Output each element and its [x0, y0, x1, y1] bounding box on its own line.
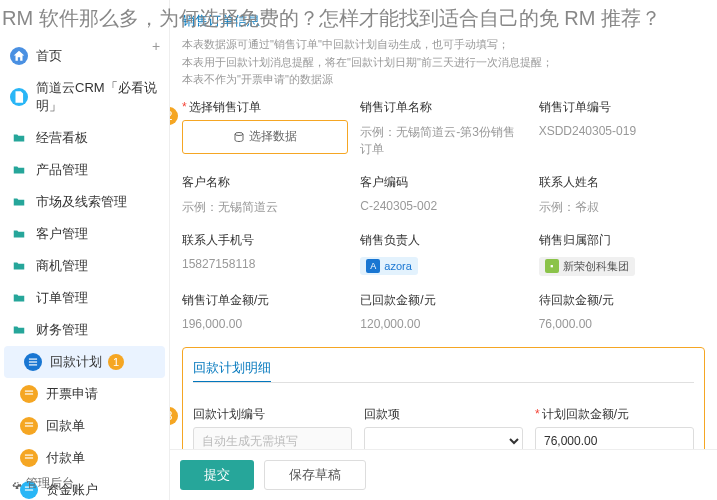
- gear-icon: [10, 478, 22, 490]
- value-pending: 76,000.00: [539, 313, 705, 335]
- list-icon: [20, 385, 38, 403]
- sidebar-item-opportunity[interactable]: 商机管理: [0, 250, 169, 282]
- label-order-no: 销售订单编号: [539, 99, 705, 116]
- sidebar-item-label: 订单管理: [36, 289, 88, 307]
- hint-text: 本表数据源可通过"销售订单"中回款计划自动生成，也可手动填写； 本表用于回款计划…: [182, 36, 705, 89]
- folder-icon: [10, 129, 28, 147]
- svg-rect-2: [29, 364, 37, 365]
- label-dept: 销售归属部门: [539, 232, 705, 249]
- value-order-name: 示例：无锡简道云-第3份销售订单: [360, 120, 526, 162]
- list-icon: [20, 449, 38, 467]
- label-select-order: 选择销售订单: [182, 99, 348, 116]
- sidebar-item-guide[interactable]: 简道云CRM「必看说明」: [0, 72, 169, 122]
- admin-backend-link[interactable]: 管理后台: [10, 475, 74, 492]
- step-badge-2: 2: [170, 107, 178, 125]
- list-icon: [20, 417, 38, 435]
- doc-icon: [10, 88, 28, 106]
- label-pending: 待回款金额/元: [539, 292, 705, 309]
- label-order-name: 销售订单名称: [360, 99, 526, 116]
- save-draft-button[interactable]: 保存草稿: [264, 460, 366, 490]
- sidebar-item-invoice[interactable]: 开票申请: [0, 378, 169, 410]
- svg-rect-4: [25, 393, 33, 394]
- sidebar-item-label: 商机管理: [36, 257, 88, 275]
- svg-point-14: [235, 132, 243, 135]
- sidebar-item-finance[interactable]: 财务管理: [0, 314, 169, 346]
- folder-icon: [10, 193, 28, 211]
- sidebar-item-label: 市场及线索管理: [36, 193, 127, 211]
- folder-icon: [10, 289, 28, 307]
- sidebar-item-label: 经营看板: [36, 129, 88, 147]
- sidebar-item-label: 付款单: [46, 449, 85, 467]
- label-total: 销售订单金额/元: [182, 292, 348, 309]
- plus-icon[interactable]: +: [152, 38, 160, 54]
- sidebar-item-order[interactable]: 订单管理: [0, 282, 169, 314]
- sidebar-item-label: 首页: [36, 47, 62, 65]
- detail-title: 回款计划明细: [193, 359, 271, 383]
- overlay-question: RM 软件那么多，为何选择免费的？怎样才能找到适合自己的免 RM 推荐？: [2, 2, 661, 34]
- svg-rect-1: [29, 361, 37, 362]
- form-main: 销售订单信息 本表数据源可通过"销售订单"中回款计划自动生成，也可手动填写； 本…: [170, 0, 717, 500]
- sidebar-item-product[interactable]: 产品管理: [0, 154, 169, 186]
- sidebar-item-payment-plan[interactable]: 回款计划 1: [4, 346, 165, 378]
- svg-rect-7: [25, 455, 33, 456]
- folder-icon: [10, 161, 28, 179]
- sidebar-item-label: 简道云CRM「必看说明」: [36, 79, 159, 115]
- value-paid: 120,000.00: [360, 313, 526, 335]
- svg-rect-0: [29, 359, 37, 360]
- svg-rect-3: [25, 391, 33, 392]
- sidebar-item-label: 回款计划: [50, 353, 102, 371]
- select-data-button[interactable]: 选择数据: [185, 123, 345, 151]
- value-sales-owner: Aazora: [360, 253, 526, 279]
- label-plan-amount: 计划回款金额/元: [535, 406, 694, 423]
- sidebar-item-label: 客户管理: [36, 225, 88, 243]
- database-icon: [233, 131, 245, 143]
- value-contact-phone: 15827158118: [182, 253, 348, 275]
- label-paid: 已回款金额/元: [360, 292, 526, 309]
- sidebar-item-dashboard[interactable]: 经营看板: [0, 122, 169, 154]
- step-badge-3: 3: [170, 407, 178, 425]
- svg-rect-8: [25, 457, 33, 458]
- value-order-no: XSDD240305-019: [539, 120, 705, 142]
- sidebar: + 首页 简道云CRM「必看说明」 经营看板 产品管理 市场及线索管理 客户管理…: [0, 0, 170, 500]
- sidebar-item-label: 财务管理: [36, 321, 88, 339]
- sidebar-item-home[interactable]: 首页: [0, 40, 169, 72]
- label-cust-code: 客户编码: [360, 174, 526, 191]
- form-footer: 提交 保存草稿: [170, 449, 717, 500]
- sidebar-item-label: 产品管理: [36, 161, 88, 179]
- folder-icon: [10, 321, 28, 339]
- value-dept: ▪新荣创科集团: [539, 253, 705, 280]
- label-contact-name: 联系人姓名: [539, 174, 705, 191]
- sidebar-item-label: 回款单: [46, 417, 85, 435]
- svg-rect-6: [25, 425, 33, 426]
- sidebar-item-label: 开票申请: [46, 385, 98, 403]
- value-cust-name: 示例：无锡简道云: [182, 195, 348, 220]
- label-sales-owner: 销售负责人: [360, 232, 526, 249]
- value-cust-code: C-240305-002: [360, 195, 526, 217]
- label-contact-phone: 联系人手机号: [182, 232, 348, 249]
- value-contact-name: 示例：爷叔: [539, 195, 705, 220]
- badge-1: 1: [108, 354, 124, 370]
- sidebar-item-receipt[interactable]: 回款单: [0, 410, 169, 442]
- label-pay-item: 回款项: [364, 406, 523, 423]
- folder-icon: [10, 257, 28, 275]
- sidebar-item-customer[interactable]: 客户管理: [0, 218, 169, 250]
- folder-icon: [10, 225, 28, 243]
- list-icon: [24, 353, 42, 371]
- sidebar-item-market[interactable]: 市场及线索管理: [0, 186, 169, 218]
- label-cust-name: 客户名称: [182, 174, 348, 191]
- label-plan-no: 回款计划编号: [193, 406, 352, 423]
- sidebar-item-payment[interactable]: 付款单: [0, 442, 169, 474]
- value-total: 196,000.00: [182, 313, 348, 335]
- svg-rect-5: [25, 423, 33, 424]
- house-icon: [10, 47, 28, 65]
- submit-button[interactable]: 提交: [180, 460, 254, 490]
